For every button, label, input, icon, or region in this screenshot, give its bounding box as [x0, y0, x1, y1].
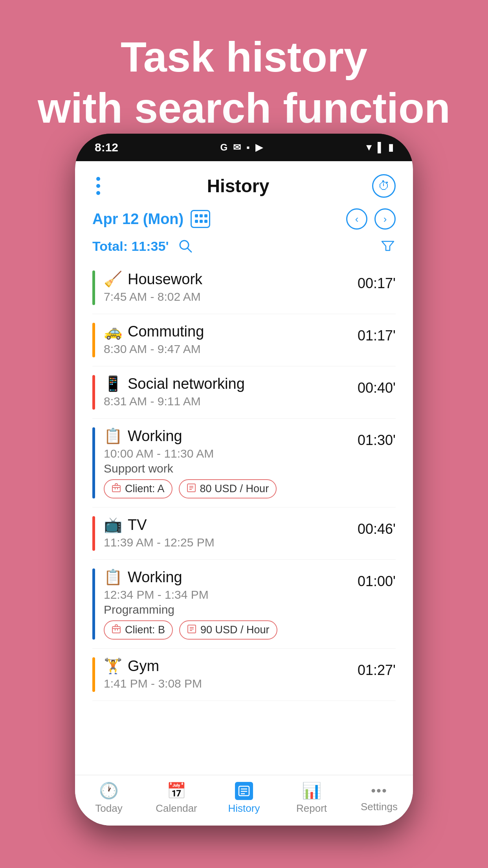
cal-d1	[195, 214, 198, 217]
tag-label: Client: A	[125, 483, 165, 495]
task-tag[interactable]: 90 USD / Hour	[179, 620, 277, 640]
task-tag[interactable]: 80 USD / Hour	[179, 479, 277, 498]
task-color-bar	[92, 323, 95, 357]
top-bar: History ⏱	[75, 161, 413, 206]
nav-today[interactable]: 🕐 Today	[75, 782, 143, 815]
task-item[interactable]: 🧹Housework7:45 AM - 8:02 AM00:17'	[92, 262, 396, 314]
task-content: 🚕Commuting8:30 AM - 9:47 AM	[104, 323, 349, 357]
svg-rect-10	[112, 627, 120, 633]
page-title: History	[207, 175, 269, 197]
task-color-bar	[92, 427, 95, 498]
date-label: Apr 12 (Mon)	[92, 211, 183, 228]
calendar-label: Calendar	[156, 802, 197, 815]
task-emoji: 🧹	[104, 270, 122, 288]
task-emoji: 📋	[104, 427, 122, 445]
svg-rect-2	[112, 485, 120, 492]
nav-history[interactable]: History	[210, 782, 278, 815]
storage-icon: ▪	[246, 142, 250, 153]
task-duration: 00:40'	[349, 375, 396, 396]
signal-icon: ▌	[378, 142, 384, 153]
task-time-range: 7:45 AM - 8:02 AM	[104, 290, 349, 303]
task-item[interactable]: 🏋Gym1:41 PM - 3:08 PM01:27'	[92, 649, 396, 701]
filter-icon	[380, 237, 396, 253]
svg-line-1	[187, 248, 191, 252]
play-icon: ▶	[255, 142, 262, 153]
tag-label: 90 USD / Hour	[200, 624, 270, 636]
task-color-bar	[92, 657, 95, 692]
task-duration: 01:17'	[349, 323, 396, 344]
task-tag[interactable]: Client: A	[104, 479, 172, 498]
add-timer-button[interactable]: ⏱	[372, 174, 396, 198]
filter-button[interactable]	[380, 237, 396, 255]
task-content: 📱Social networking8:31 AM - 9:11 AM	[104, 375, 349, 410]
task-item[interactable]: 📺TV11:39 AM - 12:25 PM00:46'	[92, 508, 396, 560]
total-row: Total: 11:35'	[75, 235, 413, 262]
task-duration: 00:17'	[349, 270, 396, 292]
status-right-icons: ▼ ▌ ▮	[364, 142, 393, 153]
total-left: Total: 11:35'	[92, 237, 194, 255]
task-item[interactable]: 📱Social networking8:31 AM - 9:11 AM00:40…	[92, 366, 396, 419]
task-content: 🧹Housework7:45 AM - 8:02 AM	[104, 270, 349, 305]
calendar-icon: 📅	[167, 782, 186, 800]
next-day-button[interactable]: ›	[374, 208, 396, 230]
prev-day-button[interactable]: ‹	[346, 208, 367, 230]
task-name: Social networking	[128, 375, 245, 392]
task-emoji: 📋	[104, 568, 122, 586]
cal-d6	[204, 220, 207, 223]
history-icon	[235, 782, 253, 800]
menu-button[interactable]	[92, 173, 104, 199]
task-content: 📺TV11:39 AM - 12:25 PM	[104, 516, 349, 551]
task-content: 📋Working10:00 AM - 11:30 AMSupport workC…	[104, 427, 349, 498]
app-screen: History ⏱ Apr 12 (Mon) ‹ ›	[75, 161, 413, 826]
battery-icon: ▮	[388, 142, 393, 153]
today-icon: 🕐	[99, 782, 119, 800]
report-icon: 📊	[302, 782, 321, 800]
task-list[interactable]: 🧹Housework7:45 AM - 8:02 AM00:17'🚕Commut…	[75, 262, 413, 775]
task-emoji: 🚕	[104, 323, 122, 340]
task-time-range: 10:00 AM - 11:30 AM	[104, 447, 349, 460]
dot3	[96, 191, 100, 195]
task-color-bar	[92, 375, 95, 410]
calendar-view-button[interactable]	[191, 210, 210, 228]
task-tags: Client: B90 USD / Hour	[104, 620, 349, 640]
wifi-icon: ▼	[364, 142, 374, 153]
task-name: Working	[128, 428, 182, 445]
task-item[interactable]: 📋Working12:34 PM - 1:34 PMProgrammingCli…	[92, 560, 396, 649]
nav-calendar[interactable]: 📅 Calendar	[143, 782, 210, 815]
task-item[interactable]: 🚕Commuting8:30 AM - 9:47 AM01:17'	[92, 314, 396, 366]
today-label: Today	[95, 802, 122, 815]
nav-settings[interactable]: ••• Settings	[345, 783, 413, 813]
dot2	[96, 184, 100, 188]
task-emoji: 🏋	[104, 657, 122, 675]
cal-d3	[204, 214, 207, 217]
task-name: TV	[128, 517, 147, 533]
search-button[interactable]	[177, 237, 194, 255]
task-name: Commuting	[128, 323, 204, 340]
status-time: 8:12	[95, 141, 118, 154]
task-duration: 01:27'	[349, 657, 396, 679]
task-color-bar	[92, 516, 95, 551]
task-content: 🏋Gym1:41 PM - 3:08 PM	[104, 657, 349, 692]
nav-report[interactable]: 📊 Report	[278, 782, 345, 815]
settings-icon: •••	[371, 783, 387, 798]
date-row: Apr 12 (Mon) ‹ ›	[75, 206, 413, 235]
task-time-range: 12:34 PM - 1:34 PM	[104, 588, 349, 601]
tag-icon	[187, 483, 196, 495]
date-nav: ‹ ›	[346, 208, 396, 230]
google-icon: G	[220, 142, 228, 153]
hero-title: Task history	[0, 31, 488, 83]
task-time-range: 8:30 AM - 9:47 AM	[104, 342, 349, 356]
task-tag[interactable]: Client: B	[104, 620, 173, 640]
task-name: Housework	[128, 271, 202, 288]
task-duration: 01:00'	[349, 568, 396, 590]
bottom-nav: 🕐 Today 📅 Calendar History	[75, 775, 413, 826]
hero-section: Task history with search function	[0, 0, 488, 153]
cal-d2	[200, 214, 203, 217]
task-color-bar	[92, 270, 95, 305]
task-item[interactable]: 📋Working10:00 AM - 11:30 AMSupport workC…	[92, 419, 396, 508]
tag-label: Client: B	[125, 624, 165, 636]
task-tags: Client: A80 USD / Hour	[104, 479, 349, 498]
task-name: Working	[128, 569, 182, 586]
cal-d5	[200, 220, 203, 223]
tag-icon	[112, 624, 121, 636]
